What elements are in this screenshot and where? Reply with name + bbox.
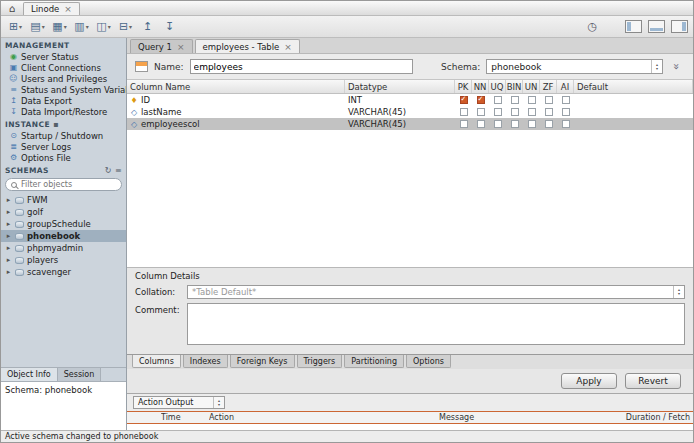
pk-checkbox[interactable]	[460, 120, 468, 128]
comment-textarea[interactable]	[187, 303, 685, 345]
uq-checkbox[interactable]	[494, 108, 502, 116]
revert-button[interactable]: Revert	[625, 373, 681, 389]
ai-checkbox[interactable]	[562, 96, 570, 104]
connection-tab-linode[interactable]: Linode ×	[23, 2, 80, 15]
editor-tabbar: Query 1× employees - Table×	[127, 38, 693, 54]
bin-checkbox[interactable]	[511, 96, 519, 104]
uq-checkbox[interactable]	[494, 120, 502, 128]
tab-session[interactable]: Session	[58, 368, 102, 381]
stepper-icon[interactable]: ▴▾	[673, 286, 684, 298]
chevron-right-icon[interactable]: ▸	[5, 208, 12, 216]
chevron-right-icon[interactable]: ▸	[5, 256, 12, 264]
new-query-icon[interactable]: ▤▾	[28, 18, 47, 35]
home-icon[interactable]: ⌂	[4, 2, 20, 15]
chevron-right-icon[interactable]: ▸	[5, 196, 12, 204]
chevron-right-icon[interactable]: ▸	[5, 232, 12, 240]
cell-default[interactable]	[574, 94, 693, 106]
nn-checkbox[interactable]	[477, 108, 485, 116]
open-script-icon[interactable]: ▦▾	[50, 18, 69, 35]
apply-button[interactable]: Apply	[561, 373, 617, 389]
cell-column-name[interactable]: ◇lastName	[127, 106, 345, 118]
column-row-lastname[interactable]: ◇lastName VARCHAR(45)	[127, 106, 693, 118]
zf-checkbox[interactable]	[545, 108, 553, 116]
cell-default[interactable]	[574, 106, 693, 118]
schema-item-groupschedule[interactable]: ▸groupSchedule	[1, 218, 126, 230]
schema-item-phpmyadmin[interactable]: ▸phpmyadmin	[1, 242, 126, 254]
schema-select[interactable]: phonebook ▴▾	[486, 59, 663, 74]
bin-checkbox[interactable]	[511, 108, 519, 116]
toggle-sidebar-icon[interactable]	[625, 20, 642, 33]
sidebar-item-server-status[interactable]: ◉Server Status	[1, 51, 126, 62]
tab-triggers[interactable]: Triggers	[297, 355, 343, 368]
schema-item-scavenger[interactable]: ▸scavenger	[1, 266, 126, 278]
sidebar-item-server-logs[interactable]: ≣Server Logs	[1, 141, 126, 152]
stepper-icon[interactable]: ▴▾	[651, 60, 662, 73]
chevron-right-icon[interactable]: ▸	[5, 220, 12, 228]
create-view-icon[interactable]: ⊟▾	[116, 18, 135, 35]
caret-down-icon: ▾	[64, 23, 67, 30]
schema-item-players[interactable]: ▸players	[1, 254, 126, 266]
data-export-icon[interactable]: ↥	[138, 18, 157, 35]
uq-checkbox[interactable]	[494, 96, 502, 104]
close-icon[interactable]: ×	[64, 4, 72, 14]
tab-options[interactable]: Options	[406, 355, 451, 368]
schema-item-golf[interactable]: ▸golf	[1, 206, 126, 218]
ai-checkbox[interactable]	[562, 120, 570, 128]
create-table-icon[interactable]: ◫▾	[94, 18, 113, 35]
column-row-id[interactable]: ♦ID INT	[127, 94, 693, 106]
schema-filter-input[interactable]	[21, 180, 111, 189]
schema-options-icon[interactable]: ≡	[115, 166, 122, 175]
cell-datatype[interactable]: VARCHAR(45)	[345, 118, 455, 130]
cell-datatype[interactable]: INT	[345, 94, 455, 106]
collation-select[interactable]: *Table Default* ▴▾	[187, 285, 685, 299]
un-checkbox[interactable]	[528, 108, 536, 116]
sidebar-item-client-connections[interactable]: ▣Client Connections	[1, 62, 126, 73]
tab-employees-table[interactable]: employees - Table×	[195, 39, 300, 53]
tab-partitioning[interactable]: Partitioning	[344, 355, 404, 368]
sidebar-item-data-export[interactable]: ↥Data Export	[1, 95, 126, 106]
grid-empty-area[interactable]	[127, 130, 693, 267]
table-name-input[interactable]	[190, 59, 414, 74]
sidebar-item-users-privileges[interactable]: ☺Users and Privileges	[1, 73, 126, 84]
zf-checkbox[interactable]	[545, 96, 553, 104]
chevron-right-icon[interactable]: ▸	[5, 244, 12, 252]
tab-query-1[interactable]: Query 1×	[130, 39, 193, 53]
ai-checkbox[interactable]	[562, 108, 570, 116]
sidebar-item-startup-shutdown[interactable]: ⊙Startup / Shutdown	[1, 130, 126, 141]
schema-item-phonebook[interactable]: ▸phonebook	[1, 230, 126, 242]
tab-columns[interactable]: Columns	[132, 355, 181, 368]
toggle-secondary-sidebar-icon[interactable]	[671, 20, 688, 33]
collapse-header-icon[interactable]: »	[671, 59, 684, 75]
new-connection-icon[interactable]: ⊞▾	[6, 18, 25, 35]
chevron-right-icon[interactable]: ▸	[5, 268, 12, 276]
nn-checkbox[interactable]	[477, 120, 485, 128]
cell-datatype[interactable]: VARCHAR(45)	[345, 106, 455, 118]
sidebar-item-options-file[interactable]: ⚙Options File	[1, 152, 126, 163]
pk-checkbox[interactable]	[460, 108, 468, 116]
tab-indexes[interactable]: Indexes	[183, 355, 228, 368]
sidebar-item-status-system-variables[interactable]: ≡Status and System Variables	[1, 84, 126, 95]
toggle-output-panel-icon[interactable]	[648, 20, 665, 33]
nn-checkbox[interactable]	[477, 96, 485, 104]
create-schema-icon[interactable]: ▥▾	[72, 18, 91, 35]
column-row-employeescol[interactable]: ◇employeescol VARCHAR(45)	[127, 118, 693, 130]
stepper-icon[interactable]: ▴▾	[213, 397, 224, 408]
pk-checkbox[interactable]	[460, 96, 468, 104]
un-checkbox[interactable]	[528, 120, 536, 128]
data-import-icon[interactable]: ↧	[160, 18, 179, 35]
close-icon[interactable]: ×	[284, 42, 292, 52]
tab-object-info[interactable]: Object Info	[1, 368, 58, 381]
bin-checkbox[interactable]	[511, 120, 519, 128]
sidebar-item-data-import[interactable]: ↧Data Import/Restore	[1, 106, 126, 117]
tab-label: Query 1	[138, 42, 172, 52]
cell-column-name[interactable]: ♦ID	[127, 94, 345, 106]
tab-foreign-keys[interactable]: Foreign Keys	[230, 355, 295, 368]
zf-checkbox[interactable]	[545, 120, 553, 128]
un-checkbox[interactable]	[528, 96, 536, 104]
schema-item-fwm[interactable]: ▸FWM	[1, 194, 126, 206]
refresh-schemas-icon[interactable]: ↻	[105, 166, 112, 175]
close-icon[interactable]: ×	[177, 42, 185, 52]
cell-default[interactable]	[574, 118, 693, 130]
cell-column-name[interactable]: ◇employeescol	[127, 118, 345, 130]
output-selector[interactable]: Action Output ▴▾	[133, 396, 225, 409]
